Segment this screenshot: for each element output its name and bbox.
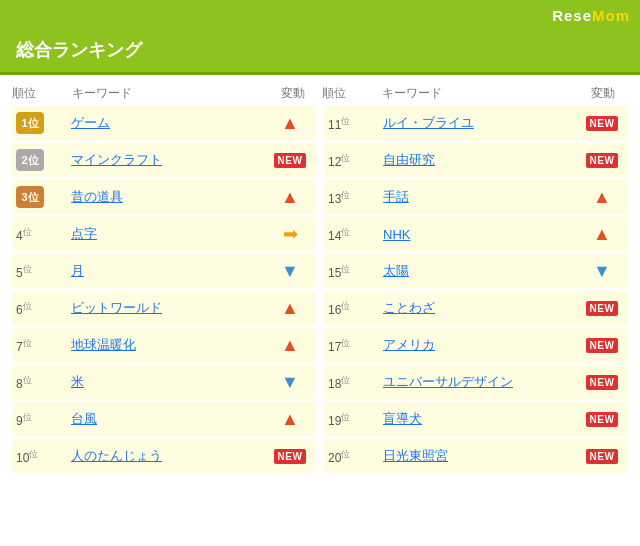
change-cell: ▼ — [268, 372, 312, 393]
keyword-link[interactable]: アメリカ — [383, 337, 435, 352]
change-cell: ▲ — [268, 113, 312, 134]
table-row: 17位アメリカNEW — [324, 328, 628, 362]
table-row: 16位ことわざNEW — [324, 291, 628, 325]
keyword-link[interactable]: 昔の道具 — [71, 189, 123, 204]
change-cell: NEW — [268, 449, 312, 464]
new-badge: NEW — [586, 116, 619, 131]
change-cell: NEW — [580, 449, 624, 464]
table-row: 11位ルイ・ブライユNEW — [324, 106, 628, 140]
keyword-link[interactable]: 自由研究 — [383, 152, 435, 167]
keyword-cell: 日光東照宮 — [383, 447, 580, 465]
change-cell: ▲ — [268, 187, 312, 208]
rank-badge-silver: 2位 — [16, 149, 44, 171]
table-row: 5位月▼ — [12, 254, 316, 288]
rank-number: 6位 — [16, 300, 32, 317]
keyword-link[interactable]: 台風 — [71, 411, 97, 426]
change-cell: NEW — [580, 375, 624, 390]
table-row: 4位点字➡ — [12, 217, 316, 251]
table-row: 1位ゲーム▲ — [12, 106, 316, 140]
table-row: 20位日光東照宮NEW — [324, 439, 628, 473]
table-row: 19位盲導犬NEW — [324, 402, 628, 436]
change-cell: ▲ — [268, 335, 312, 356]
table-row: 15位太陽▼ — [324, 254, 628, 288]
new-badge: NEW — [586, 375, 619, 390]
change-cell: ➡ — [268, 223, 312, 245]
keyword-cell: アメリカ — [383, 336, 580, 354]
keyword-cell: マインクラフト — [71, 151, 268, 169]
new-badge: NEW — [586, 153, 619, 168]
keyword-link[interactable]: NHK — [383, 227, 410, 242]
keyword-cell: 手話 — [383, 188, 580, 206]
rank-cell: 10位 — [16, 448, 71, 465]
rank-number: 20位 — [328, 448, 350, 465]
keyword-cell: 米 — [71, 373, 268, 391]
rank-badge-bronze: 3位 — [16, 186, 44, 208]
table-row: 3位昔の道具▲ — [12, 180, 316, 214]
keyword-cell: 点字 — [71, 225, 268, 243]
table-row: 7位地球温暖化▲ — [12, 328, 316, 362]
rank-cell: 1位 — [16, 112, 71, 134]
arrow-up-icon: ▲ — [593, 187, 611, 208]
rank-cell: 7位 — [16, 337, 71, 354]
arrow-up-icon: ▲ — [281, 409, 299, 430]
change-cell: NEW — [580, 301, 624, 316]
rank-cell: 14位 — [328, 226, 383, 243]
keyword-link[interactable]: 盲導犬 — [383, 411, 422, 426]
keyword-link[interactable]: ルイ・ブライユ — [383, 115, 474, 130]
new-badge: NEW — [586, 301, 619, 316]
keyword-cell: 台風 — [71, 410, 268, 428]
change-cell: NEW — [580, 153, 624, 168]
arrow-up-icon: ▲ — [281, 187, 299, 208]
rank-cell: 9位 — [16, 411, 71, 428]
new-badge: NEW — [586, 412, 619, 427]
rank-number: 16位 — [328, 300, 350, 317]
keyword-cell: 地球温暖化 — [71, 336, 268, 354]
rank-cell: 6位 — [16, 300, 71, 317]
header-rank-left: 順位 — [12, 85, 72, 102]
change-cell: NEW — [580, 412, 624, 427]
rank-number: 18位 — [328, 374, 350, 391]
rank-number: 7位 — [16, 337, 32, 354]
keyword-cell: 人のたんじょう — [71, 447, 268, 465]
table-row: 6位ビットワールド▲ — [12, 291, 316, 325]
keyword-link[interactable]: 地球温暖化 — [71, 337, 136, 352]
keyword-link[interactable]: 月 — [71, 263, 84, 278]
table-row: 10位人のたんじょうNEW — [12, 439, 316, 473]
rank-number: 10位 — [16, 448, 38, 465]
keyword-link[interactable]: 点字 — [71, 226, 97, 241]
change-cell: ▲ — [268, 298, 312, 319]
new-badge: NEW — [586, 338, 619, 353]
arrow-down-icon: ▼ — [281, 261, 299, 282]
rank-number: 12位 — [328, 152, 350, 169]
keyword-link[interactable]: ゲーム — [71, 115, 110, 130]
keyword-cell: ルイ・ブライユ — [383, 114, 580, 132]
arrow-up-icon: ▲ — [281, 298, 299, 319]
rank-number: 5位 — [16, 263, 32, 280]
keyword-link[interactable]: ビットワールド — [71, 300, 162, 315]
change-cell: NEW — [268, 153, 312, 168]
header-keyword-right: キーワード — [382, 85, 578, 102]
rank-cell: 16位 — [328, 300, 383, 317]
rank-number: 11位 — [328, 115, 350, 132]
keyword-link[interactable]: 人のたんじょう — [71, 448, 162, 463]
change-cell: NEW — [580, 338, 624, 353]
keyword-link[interactable]: 米 — [71, 374, 84, 389]
arrow-down-icon: ▼ — [593, 261, 611, 282]
keyword-link[interactable]: ユニバーサルデザイン — [383, 374, 513, 389]
rank-cell: 20位 — [328, 448, 383, 465]
keyword-link[interactable]: マインクラフト — [71, 152, 162, 167]
keyword-link[interactable]: 手話 — [383, 189, 409, 204]
change-cell: NEW — [580, 116, 624, 131]
header-change-left: 変動 — [268, 85, 318, 102]
header-change-right: 変動 — [578, 85, 628, 102]
keyword-link[interactable]: ことわざ — [383, 300, 435, 315]
rank-cell: 13位 — [328, 189, 383, 206]
rank-number: 14位 — [328, 226, 350, 243]
change-cell: ▲ — [268, 409, 312, 430]
keyword-cell: NHK — [383, 227, 580, 242]
change-cell: ▲ — [580, 187, 624, 208]
keyword-link[interactable]: 日光東照宮 — [383, 448, 448, 463]
keyword-link[interactable]: 太陽 — [383, 263, 409, 278]
change-cell: ▼ — [268, 261, 312, 282]
page-title: 総合ランキング — [16, 38, 624, 62]
